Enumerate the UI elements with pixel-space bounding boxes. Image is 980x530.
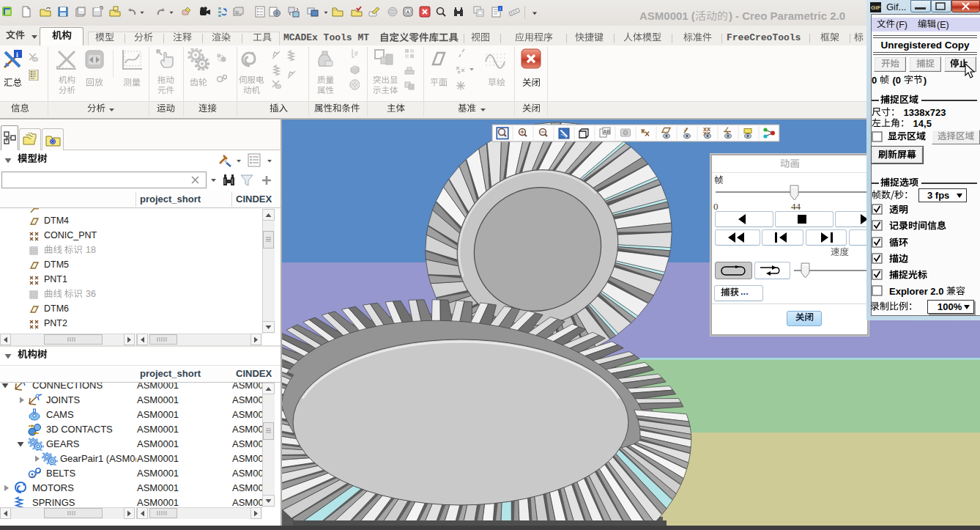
svg-text:g: g [354, 48, 358, 56]
svg-text:J1: J1 [235, 10, 240, 15]
svg-text:A: A [407, 10, 410, 15]
svg-text:AB: AB [604, 129, 611, 134]
svg-text:GIF: GIF [871, 4, 880, 11]
svg-text:x: x [641, 127, 644, 133]
svg-text:i: i [16, 51, 18, 59]
